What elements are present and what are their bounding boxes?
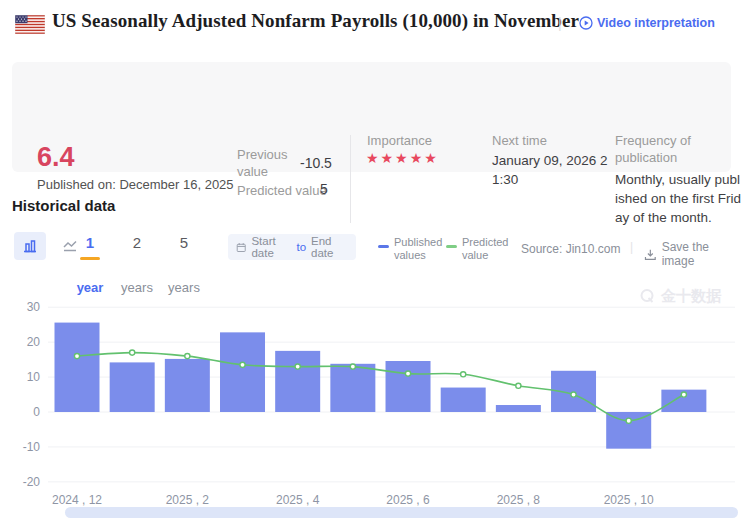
- period-button-5-years[interactable]: 5 years: [162, 234, 206, 295]
- video-interpretation-label: Video interpretation: [597, 16, 715, 30]
- legend-label: Predicted value: [462, 236, 516, 262]
- published-on: Published on: December 16, 2025: [37, 177, 234, 192]
- period-number: 5: [162, 234, 206, 254]
- frequency-label: Frequency of publication: [615, 132, 725, 166]
- us-flag-icon: [15, 15, 45, 34]
- period-active-underline: [80, 257, 100, 260]
- legend-published-values[interactable]: Published values: [378, 236, 448, 262]
- next-time-value: January 09, 2026 21:30: [492, 151, 614, 189]
- legend-label: Published values: [394, 236, 448, 262]
- predicted-value-label: Predicted value: [237, 182, 327, 199]
- end-date-field[interactable]: End date: [311, 235, 348, 259]
- predicted-value: 5: [320, 181, 328, 197]
- svg-text:-20: -20: [23, 475, 41, 489]
- svg-text:2025 , 4: 2025 , 4: [276, 493, 320, 507]
- save-image-button[interactable]: Save the image: [644, 240, 743, 268]
- date-range-picker[interactable]: Start date to End date: [228, 234, 356, 260]
- header-divider: |: [558, 15, 562, 31]
- current-value: 6.4: [37, 142, 75, 173]
- download-icon: [644, 248, 657, 261]
- historical-data-heading: Historical data: [12, 197, 115, 214]
- published-values-swatch: [378, 245, 389, 248]
- date-range-to: to: [296, 241, 306, 253]
- video-interpretation-link[interactable]: Video interpretation: [579, 16, 715, 30]
- period-button-1-year[interactable]: 1 year: [68, 234, 112, 295]
- period-number: 2: [115, 234, 159, 254]
- jin10-data-page: US Seasonally Adjusted Nonfarm Payrolls …: [0, 0, 743, 525]
- svg-text:2025 , 2: 2025 , 2: [166, 493, 210, 507]
- svg-text:0: 0: [33, 405, 40, 419]
- period-button-2-years[interactable]: 2 years: [115, 234, 159, 295]
- save-image-label: Save the image: [662, 240, 743, 268]
- period-number: 1: [68, 234, 112, 254]
- panel-divider: [350, 135, 351, 223]
- bar-chart-icon: [22, 238, 38, 254]
- importance-label: Importance: [367, 132, 432, 149]
- previous-value-label: Previous value: [237, 146, 295, 180]
- toolbar-divider: |: [630, 240, 633, 254]
- svg-text:2025 , 8: 2025 , 8: [497, 493, 541, 507]
- svg-text:2025 , 10: 2025 , 10: [604, 493, 654, 507]
- importance-stars: ★★★★★: [366, 150, 439, 166]
- chart-horizontal-scrollbar[interactable]: [65, 507, 738, 518]
- predicted-value-swatch: [446, 245, 457, 248]
- legend-predicted-value[interactable]: Predicted value: [446, 236, 516, 262]
- calendar-icon: [236, 241, 246, 254]
- source-text: Source: Jin10.com: [521, 242, 620, 256]
- svg-text:2025 , 6: 2025 , 6: [386, 493, 430, 507]
- svg-text:-10: -10: [23, 440, 41, 454]
- previous-value: -10.5: [300, 155, 332, 171]
- svg-text:30: 30: [27, 300, 41, 314]
- summary-panel: 6.4 Published on: December 16, 2025 Prev…: [12, 62, 731, 172]
- svg-text:2024 , 12: 2024 , 12: [52, 493, 102, 507]
- historical-data-chart[interactable]: 3020100-10-202024 , 122025 , 22025 , 420…: [0, 292, 743, 522]
- next-time-label: Next time: [492, 132, 547, 149]
- frequency-value: Monthly, usually published on the first …: [615, 170, 743, 227]
- page-title: US Seasonally Adjusted Nonfarm Payrolls …: [52, 10, 579, 32]
- svg-text:10: 10: [27, 370, 41, 384]
- svg-text:20: 20: [27, 335, 41, 349]
- play-circle-icon: [579, 16, 593, 30]
- start-date-field[interactable]: Start date: [251, 235, 291, 259]
- bar-chart-type-button[interactable]: [14, 232, 46, 260]
